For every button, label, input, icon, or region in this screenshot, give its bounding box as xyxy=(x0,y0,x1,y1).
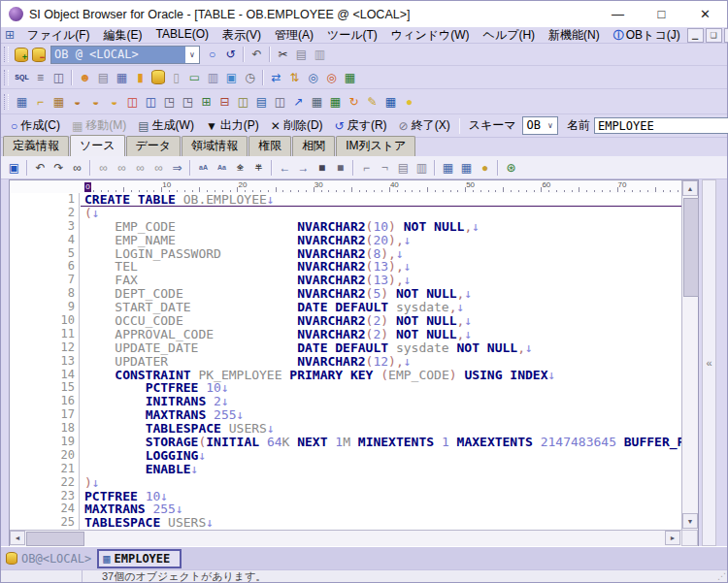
key-icon[interactable]: ⌐ xyxy=(32,94,49,110)
code-line-24[interactable]: 24MAXTRANS 255↓ xyxy=(10,502,682,516)
revert-button[interactable]: ↺戻す(R) xyxy=(329,116,393,135)
tree-remove-icon[interactable]: ⊟ xyxy=(216,94,233,110)
table-blue-icon[interactable]: ▦ xyxy=(382,94,399,110)
code-line-8[interactable]: 8 DEPT_CODE NVARCHAR2(5) NOT NULL,↓ xyxy=(10,287,682,301)
lock-icon[interactable]: ▮ xyxy=(132,70,149,85)
menu-item-9[interactable]: 新機能(N) xyxy=(542,27,607,44)
window-small-icon[interactable]: ◫ xyxy=(272,94,288,110)
copy-icon[interactable]: ▤ xyxy=(293,47,310,62)
notes-icon[interactable]: ▤ xyxy=(253,94,270,110)
tree-add-icon[interactable]: ⊞ xyxy=(198,94,215,110)
rollback-segment-icon[interactable] xyxy=(151,70,165,84)
tab-2[interactable]: ソース xyxy=(70,135,125,156)
server-icon[interactable]: ▦ xyxy=(114,70,130,85)
create-button[interactable]: ○作成(C) xyxy=(5,116,66,135)
code-line-20[interactable]: 20 LOGGING↓ xyxy=(10,449,682,463)
basket-icon[interactable]: ◒ xyxy=(106,94,122,110)
menu-item-7[interactable]: ウィンドウ(W) xyxy=(384,27,477,44)
settings-icon[interactable]: ⊛ xyxy=(503,160,519,176)
menu-item-4[interactable]: 表示(V) xyxy=(215,27,268,44)
scroll-up-icon[interactable]: ▲ xyxy=(682,180,698,196)
code-line-18[interactable]: 18 TABLESPACE USERS↓ xyxy=(10,422,682,436)
scroll-right-icon[interactable]: ► xyxy=(665,531,680,545)
menu-item-5[interactable]: 管理(A) xyxy=(268,27,320,44)
find-next-icon[interactable]: ∞ xyxy=(95,160,112,176)
object-name-input[interactable] xyxy=(594,117,728,134)
code-line-9[interactable]: 9 START_DATE DATE DEFAULT sysdate,↓ xyxy=(10,301,682,314)
resize-grip[interactable]: ⋰ xyxy=(717,571,725,581)
vertical-scrollbar[interactable]: ▲ ▼ xyxy=(681,180,698,530)
tab-7[interactable]: IM列ストア xyxy=(336,136,415,156)
scroll-left-icon[interactable]: ◄ xyxy=(10,531,25,545)
calendar-icon[interactable]: ▦ xyxy=(50,94,67,110)
tablespace-icon[interactable]: ▤ xyxy=(95,70,112,85)
jump-line-icon[interactable]: ⇒ xyxy=(169,160,185,176)
find-word-icon[interactable]: ∞ xyxy=(132,160,149,176)
menu-item-10[interactable]: ⓘOBトコ(J) xyxy=(607,27,687,44)
tab-6[interactable]: 相関 xyxy=(292,136,335,156)
find-prev-icon[interactable]: ∞ xyxy=(114,160,130,176)
vertical-scroll-thumb[interactable] xyxy=(683,198,699,297)
window-star-icon[interactable]: ◫ xyxy=(235,94,251,110)
horizontal-scroll-thumb[interactable] xyxy=(26,532,84,546)
window-red-icon[interactable]: ◫ xyxy=(124,94,141,110)
code-line-15[interactable]: 15 PCTFREE 10↓ xyxy=(10,381,682,395)
delete-button[interactable]: ✕削除(D) xyxy=(265,116,329,135)
close-object-button[interactable]: ⊘終了(X) xyxy=(393,116,456,135)
grid-view-icon[interactable]: ▦ xyxy=(440,160,456,176)
menu-item-8[interactable]: ヘルプ(H) xyxy=(477,27,543,44)
tab-3[interactable]: データ xyxy=(126,136,182,156)
generate-button[interactable]: ▤生成(W) xyxy=(132,116,200,135)
code-line-23[interactable]: 23PCTFREE 10↓ xyxy=(10,490,682,503)
save-icon[interactable]: ▣ xyxy=(6,160,22,176)
user-icon[interactable]: ☻ xyxy=(77,70,93,85)
compare-icon[interactable]: ⇄ xyxy=(268,70,284,85)
lightbulb-icon[interactable]: ● xyxy=(401,94,417,110)
edit-note-icon[interactable]: ✎ xyxy=(364,94,381,110)
code-line-17[interactable]: 17 MAXTRANS 255↓ xyxy=(10,408,682,422)
globe-icon[interactable]: ● xyxy=(477,160,493,176)
output-button[interactable]: ▼出力(P) xyxy=(200,116,265,135)
page-paste-icon[interactable]: ▥ xyxy=(414,160,430,176)
toolbar-grip[interactable] xyxy=(4,70,9,85)
code-line-2[interactable]: 2(↓ xyxy=(10,207,682,220)
code-area[interactable]: 1CREATE TABLE OB.EMPLOYEE↓2(↓3 EMP_CODE … xyxy=(10,193,682,530)
memory-icon[interactable]: ▭ xyxy=(186,70,203,85)
uncomment-icon[interactable]: ¬ xyxy=(377,160,393,176)
export-icon[interactable]: ⇅ xyxy=(286,70,303,85)
child-minimize-button[interactable]: ▁ xyxy=(687,28,704,43)
grid-edit-icon[interactable]: ▦ xyxy=(458,160,475,176)
paste-icon[interactable]: ▥ xyxy=(312,47,328,62)
child-close-button[interactable]: ✕ xyxy=(724,28,728,43)
code-line-16[interactable]: 16 INITRANS 2↓ xyxy=(10,395,682,408)
redo-icon[interactable]: ↷ xyxy=(50,160,67,176)
code-line-19[interactable]: 19 STORAGE(INITIAL 64K NEXT 1M MINEXTENT… xyxy=(10,436,682,449)
file-icon[interactable]: ▯ xyxy=(168,70,184,85)
window-popup2-icon[interactable]: ◳ xyxy=(180,94,196,110)
script-icon[interactable]: ≡ xyxy=(32,70,49,85)
code-line-13[interactable]: 13 UPDATER NVARCHAR2(12),↓ xyxy=(10,355,682,369)
collapse-panel-button[interactable]: « xyxy=(706,357,711,369)
find-icon[interactable]: ∞ xyxy=(69,160,85,176)
undo-icon[interactable]: ↶ xyxy=(248,47,265,62)
db-search-icon[interactable]: ◎ xyxy=(305,70,321,85)
new-object-icon[interactable]: ○ xyxy=(204,47,220,62)
indent-icon[interactable]: → xyxy=(295,160,312,176)
toolbar-grip[interactable] xyxy=(4,47,9,62)
matrix-icon[interactable]: ▦ xyxy=(342,70,358,85)
window-close-button[interactable]: ✕ xyxy=(683,1,727,27)
hankaku-icon[interactable]: 半 xyxy=(250,160,267,176)
db-disconnect-icon[interactable]: − xyxy=(32,48,46,62)
code-line-6[interactable]: 6 TEL NVARCHAR2(13),↓ xyxy=(10,260,682,274)
menu-item-2[interactable]: 編集(E) xyxy=(97,27,149,44)
object-search-icon[interactable]: ◎ xyxy=(323,70,340,85)
menu-item-1[interactable]: ファイル(F) xyxy=(20,27,96,44)
connection-combobox[interactable]: OB @ <LOCAL> ∨ xyxy=(50,46,200,64)
code-line-12[interactable]: 12 UPDATE_DATE DATE DEFAULT sysdate NOT … xyxy=(10,341,682,355)
code-line-4[interactable]: 4 EMP_NAME NVARCHAR2(20),↓ xyxy=(10,234,682,247)
table-grid-icon[interactable]: ▦ xyxy=(14,94,30,110)
to-lower-icon[interactable]: Aa xyxy=(214,160,230,176)
package-copy-icon[interactable]: ▥ xyxy=(205,70,221,85)
object-task-tab[interactable]: ▦ EMPLOYEE xyxy=(97,549,182,568)
code-line-7[interactable]: 7 FAX NVARCHAR2(13),↓ xyxy=(10,274,682,287)
